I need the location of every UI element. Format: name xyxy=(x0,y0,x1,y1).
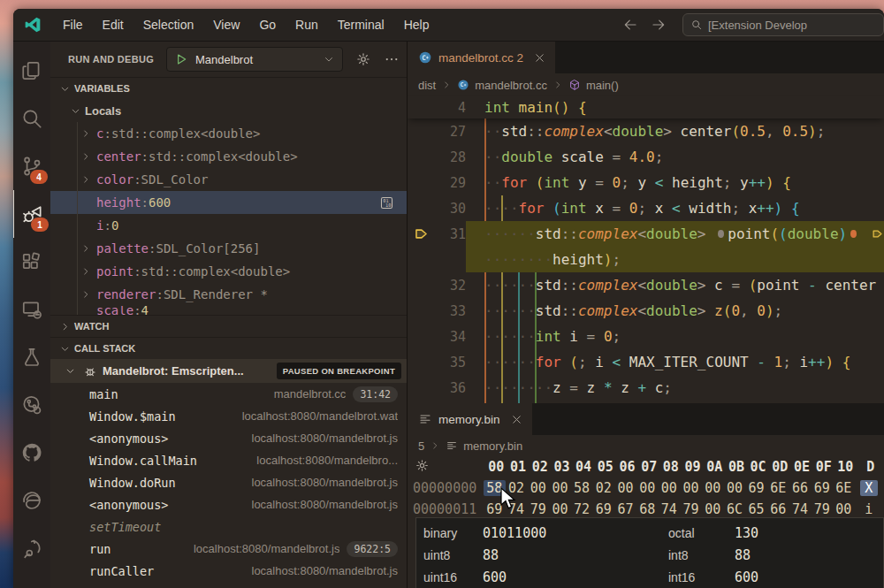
hex-byte[interactable]: 00 xyxy=(614,480,636,496)
variable-row[interactable]: renderer: SDL_Renderer * xyxy=(50,283,407,306)
hex-byte[interactable]: 79 xyxy=(680,501,702,517)
hex-byte[interactable]: 00 xyxy=(527,480,549,496)
menu-view[interactable]: View xyxy=(204,14,248,35)
call-stack-section-header[interactable]: CALL STACK xyxy=(50,337,407,359)
back-arrow-icon[interactable] xyxy=(622,17,638,33)
menu-file[interactable]: File xyxy=(54,14,92,35)
stack-frame-row[interactable]: Window.callMainlocalhost:8080/mandelbro.… xyxy=(50,449,407,471)
watch-section-header[interactable]: WATCH xyxy=(50,315,407,337)
more-actions-icon[interactable] xyxy=(384,51,400,67)
hex-byte[interactable]: 00 xyxy=(724,480,746,496)
variable-row[interactable]: height: 6000110 xyxy=(50,191,407,214)
hex-byte[interactable]: 00 xyxy=(659,480,681,496)
variable-row[interactable]: i: 0 xyxy=(50,214,407,237)
code-line[interactable]: 28··double scale = 4.0; xyxy=(408,144,884,170)
debug-session-row[interactable]: Mandelbrot: Emscripten... PAUSED ON BREA… xyxy=(50,359,407,383)
hex-byte[interactable]: 00 xyxy=(549,501,571,517)
hex-byte[interactable]: 72 xyxy=(571,501,593,517)
code-line[interactable]: 34······int i = 0; xyxy=(408,324,884,349)
code-line[interactable]: 32······std::complex<double> c = (point … xyxy=(408,272,884,298)
gear-icon[interactable] xyxy=(415,458,430,473)
hex-byte[interactable]: 69 xyxy=(745,480,767,496)
hex-byte[interactable]: 79 xyxy=(811,501,833,517)
sticky-scroll-line[interactable]: 4 int main() { xyxy=(408,96,884,118)
memory-breadcrumb[interactable]: 5 memory.bin xyxy=(408,435,884,456)
variable-row[interactable]: scale: 4 xyxy=(50,306,407,315)
decoded-char[interactable]: X xyxy=(860,480,878,496)
locals-scope-row[interactable]: Locals xyxy=(50,99,407,122)
variable-row[interactable]: color: SDL_Color xyxy=(50,168,407,191)
hex-byte[interactable]: 00 xyxy=(549,480,571,496)
menu-selection[interactable]: Selection xyxy=(134,14,203,35)
code-line[interactable]: 30····for (int x = 0; x < width; x++) { xyxy=(408,195,884,221)
breadcrumb-folder[interactable]: dist xyxy=(418,79,436,92)
hex-row[interactable]: 00000000580200005802000000000000696E6669… xyxy=(408,477,884,499)
activity-item-testing[interactable] xyxy=(13,333,50,381)
variables-section-header[interactable]: VARIABLES xyxy=(50,77,407,99)
hex-byte[interactable]: 00 xyxy=(833,501,855,517)
code-line[interactable]: 35······for (; i < MAX_ITER_COUNT - 1; i… xyxy=(408,349,884,375)
code-line[interactable]: 33······std::complex<double> z(0, 0); xyxy=(408,298,884,324)
hex-byte[interactable]: 00 xyxy=(636,480,659,496)
menu-help[interactable]: Help xyxy=(395,14,438,35)
stack-frame-row[interactable]: Window.doRunlocalhost:8080/mandelbrot.js xyxy=(50,471,407,493)
activity-item-remote-explorer[interactable] xyxy=(13,286,50,333)
breadcrumb-file[interactable]: memory.bin xyxy=(463,439,522,453)
menu-edit[interactable]: Edit xyxy=(94,14,133,35)
stack-frame-row[interactable]: Window.$mainlocalhost:8080/mandelbrot.wa… xyxy=(50,405,407,427)
breadcrumb-symbol[interactable]: main() xyxy=(586,79,619,92)
code-line[interactable]: 27··std::complex<double> center(0.5, 0.5… xyxy=(408,118,884,144)
hex-byte[interactable]: 6E xyxy=(767,480,789,496)
activity-item-source-control[interactable]: 4 xyxy=(13,142,50,190)
stack-frame-row[interactable]: setTimeout xyxy=(50,515,407,538)
breadcrumb-folder[interactable]: 5 xyxy=(418,439,424,453)
gear-icon[interactable] xyxy=(355,51,371,67)
menu-run[interactable]: Run xyxy=(286,14,327,35)
hex-byte[interactable]: 00 xyxy=(702,501,724,517)
variable-row[interactable]: point: std::complex<double> xyxy=(50,260,407,283)
hex-byte[interactable]: 58 xyxy=(571,480,593,496)
menu-go[interactable]: Go xyxy=(250,14,285,35)
tab-mandelbrot-cc[interactable]: C mandelbrot.cc 2 xyxy=(408,42,555,73)
variable-row[interactable]: palette: SDL_Color[256] xyxy=(50,237,407,260)
hex-byte[interactable]: 65 xyxy=(745,501,767,517)
hex-byte[interactable]: 69 xyxy=(811,480,833,496)
stack-frame-row[interactable]: mainmandelbrot.cc31:42 xyxy=(50,383,407,405)
stack-frame-row[interactable]: <anonymous>localhost:8080/mandelbrot.js xyxy=(50,427,407,449)
hex-byte[interactable]: 79 xyxy=(527,501,549,517)
activity-item-extensions[interactable] xyxy=(13,238,50,286)
hex-byte[interactable]: 69 xyxy=(592,501,614,517)
hex-byte[interactable]: 74 xyxy=(659,501,681,517)
stack-frame-row[interactable]: <anonymous>localhost:8080/mandelbrot.js xyxy=(50,493,407,515)
code-line[interactable]: 29··for (int y = 0; y < height; y++) { xyxy=(408,170,884,195)
forward-arrow-icon[interactable] xyxy=(651,17,667,33)
tab-memory-bin[interactable]: memory.bin xyxy=(408,403,532,435)
activity-item-github[interactable] xyxy=(13,429,50,477)
activity-item-search[interactable] xyxy=(13,95,50,142)
debug-config-dropdown[interactable]: Mandelbrot xyxy=(166,47,343,72)
hex-byte[interactable]: 02 xyxy=(592,480,614,496)
breadcrumb[interactable]: dist C mandelbrot.cc main() xyxy=(408,73,884,96)
variable-row[interactable]: center: std::complex<double> xyxy=(50,145,407,168)
hex-byte[interactable]: 6E xyxy=(833,480,855,496)
close-icon[interactable] xyxy=(510,413,523,426)
hex-byte[interactable]: 6C xyxy=(724,501,746,517)
activity-item-run-debug[interactable]: 1 xyxy=(13,190,51,238)
activity-item-edge-tools[interactable] xyxy=(13,477,50,524)
variable-row[interactable]: c: std::complex<double> xyxy=(50,122,407,145)
menu-terminal[interactable]: Terminal xyxy=(329,14,393,35)
breadcrumb-file[interactable]: mandelbrot.cc xyxy=(475,79,547,92)
activity-item-explorer[interactable] xyxy=(13,47,50,95)
hex-byte[interactable]: 66 xyxy=(767,501,789,517)
hex-byte[interactable]: 00 xyxy=(702,480,724,496)
activity-item-references[interactable] xyxy=(13,381,50,429)
decoded-char[interactable]: i xyxy=(860,501,878,517)
command-center-search[interactable]: [Extension Develop xyxy=(682,13,884,36)
hex-byte[interactable]: 66 xyxy=(789,480,812,496)
hex-byte[interactable]: 74 xyxy=(789,501,812,517)
hex-byte[interactable]: 00 xyxy=(680,480,702,496)
hex-byte[interactable]: 67 xyxy=(614,501,636,517)
stack-frame-row[interactable]: runlocalhost:8080/mandelbrot.js9622:5 xyxy=(50,538,407,560)
activity-item-live-share[interactable] xyxy=(13,524,50,572)
code-editor[interactable]: 27··std::complex<double> center(0.5, 0.5… xyxy=(408,118,884,403)
